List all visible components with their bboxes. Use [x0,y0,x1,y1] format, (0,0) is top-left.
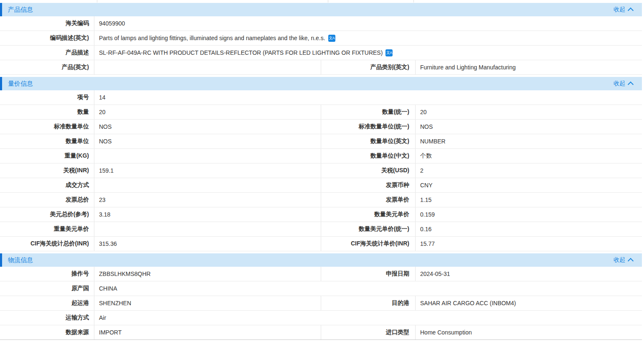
field-value-text: Parts of lamps and lighting fittings, il… [99,35,325,41]
collapse-button[interactable]: 收起 [614,256,642,264]
table-row: 起运港SHENZHEN目的港SAHAR AIR CARGO ACC (INBOM… [0,296,642,311]
field-value: 20 [416,105,642,119]
field-label: 美元总价(参考) [0,207,94,222]
field-value-text: 0.159 [420,211,435,218]
customs-record-detail: 产品信息收起海关编码94059900编码描述(英文)Parts of lamps… [0,0,642,340]
section-title: 物流信息 [8,256,33,264]
table-row: 关税(INR)159.1关税(USD)2 [0,163,642,178]
field-label: 申报日期 [321,267,416,281]
field-value: 个数 [416,149,642,163]
field-label: 运输方式 [0,311,94,325]
field-value: 3.18 [94,207,321,222]
field-value: 2024-05-31 [416,267,642,281]
field-value: 14 [94,90,642,105]
field-value-text: Furniture and Lighting Manufacturing [420,64,516,71]
field-value [94,60,321,74]
table-row: 操作号ZBBSLHKMS8QHR申报日期2024-05-31 [0,267,642,281]
field-label: 标准数量单位 [0,120,94,134]
field-label: 起运港 [0,296,94,310]
chevron-up-icon [628,82,634,87]
field-value-text: CHINA [99,285,117,292]
field-value-text: SHENZHEN [99,300,131,306]
table-row: 发票总价23发票单价1.15 [0,193,642,207]
field-label: CIF海关统计单价(INR) [321,237,416,251]
field-value-text: 20 [99,109,106,115]
field-label: 发票总价 [0,193,94,207]
field-label: 成交方式 [0,178,94,192]
field-value: ZBBSLHKMS8QHR [94,267,321,281]
field-value: Air [94,311,642,325]
field-value: 315.36 [94,237,321,251]
field-value: 23 [94,193,321,207]
field-label: 产品描述 [0,46,94,60]
collapse-label: 收起 [614,256,625,264]
table-row: 原产国CHINA [0,281,642,296]
field-value [94,222,321,236]
previous-table-edge [0,0,642,3]
field-value: Parts of lamps and lighting fittings, il… [94,31,642,45]
section-header: 量价信息收起 [0,77,642,90]
field-value: IMPORT [94,325,321,339]
field-value-text: 1.15 [420,197,431,203]
field-value: NOS [94,120,321,134]
chevron-up-icon [628,8,634,13]
field-label: 数量 [0,105,94,119]
field-value [94,178,321,192]
translate-icon[interactable]: 文A [328,35,335,42]
field-value-text: CNY [420,182,433,189]
field-label: 数量单位 [0,134,94,148]
table-row: 数量单位NOS数量单位(英文)NUMBER [0,134,642,149]
collapse-button[interactable]: 收起 [614,80,642,87]
field-value-text: NOS [99,138,112,145]
field-value-text: 2 [420,167,423,174]
field-value: 15.77 [416,237,642,251]
table-row: 海关编码94059900 [0,16,642,31]
field-value-text: 159.1 [99,167,114,174]
column-divider [413,0,414,3]
section-accent-bar [0,77,2,90]
field-value: 0.16 [416,222,642,236]
field-value: Home Consumption [416,325,642,339]
table-row: 数量20数量(统一)20 [0,105,642,120]
field-label: 重量(KG) [0,149,94,163]
field-label: 数量美元单价(统一) [321,222,416,236]
field-value-text: NOS [99,123,112,130]
field-value-text: 23 [99,197,106,203]
field-value-text: 2024-05-31 [420,271,450,277]
field-value: 94059900 [94,16,642,31]
field-label: 发票单价 [321,193,416,207]
field-label: 目的港 [321,296,416,310]
field-label: 数量单位(中文) [321,149,416,163]
table-row: 产品描述SL-RF-AF-049A-RC WITH PRODUCT DETAIL… [0,46,642,60]
field-value-text: 94059900 [99,20,125,27]
table-row: 成交方式发票币种CNY [0,178,642,193]
column-divider [328,0,328,3]
field-label: 重量美元单价 [0,222,94,236]
field-value-text: ZBBSLHKMS8QHR [99,271,151,277]
field-value-text: 20 [420,109,427,115]
field-value: 20 [94,105,321,119]
table-row: 数据来源IMPORT进口类型Home Consumption [0,325,642,340]
section-accent-bar [0,3,2,16]
collapse-label: 收起 [614,6,625,13]
translate-icon[interactable]: 文A [385,49,393,56]
field-value-text: NOS [420,123,433,130]
field-label: 原产国 [0,281,94,296]
table-row: 美元总价(参考)3.18数量美元单价0.159 [0,207,642,222]
field-label: 数量美元单价 [321,207,416,222]
table-row: 重量(KG)数量单位(中文)个数 [0,149,642,163]
field-label: CIF海关统计总价(INR) [0,237,94,251]
field-value: Furniture and Lighting Manufacturing [416,60,642,74]
collapse-button[interactable]: 收起 [614,6,642,13]
field-value-text: IMPORT [99,329,122,336]
section-accent-bar [0,253,2,267]
field-value-text: NUMBER [420,138,446,145]
field-label: 项号 [0,90,94,105]
table-row: 标准数量单位NOS标准数量单位(统一)NOS [0,120,642,134]
section-title: 量价信息 [8,80,33,88]
field-value-text: 个数 [420,152,432,160]
field-value: NOS [94,134,321,148]
section-header: 产品信息收起 [0,3,642,16]
field-label: 数量(统一) [321,105,416,119]
field-value [94,149,321,163]
